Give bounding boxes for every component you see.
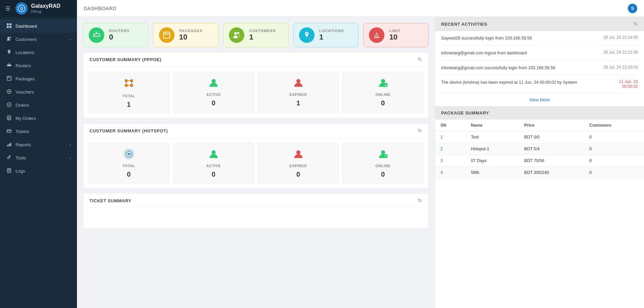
sidebar-label-packages: Packages [16,76,35,81]
svg-point-49 [212,79,216,83]
sidebar-label-vouchers: Vouchers [16,89,34,95]
sidebar-nav: Dashboard Customers ‹ Locations Routers [0,17,77,308]
orders-icon [6,102,12,108]
my-orders-icon [6,115,12,122]
pppoe-active-label: ACTIVE [206,93,221,97]
pppoe-active-value: 0 [212,99,215,107]
customers-stat-icon [229,27,244,43]
cell-price: BDT 300/240 [519,167,584,179]
sidebar-item-logs[interactable]: Logs [0,164,77,178]
pppoe-online-value: 0 [381,99,385,107]
cell-customers: 0 [584,131,644,143]
package-table-body: 1 Test BDT 0/0 0 2 Hotspot-1 BDT 5/4 0 3… [435,131,644,179]
activities-refresh-btn[interactable]: ↻ [634,21,638,27]
view-more-link[interactable]: View More [529,97,550,102]
app-subtitle: PPPoE [31,10,42,14]
table-row: 2 Hotspot-1 BDT 5/4 0 [435,143,644,155]
pppoe-refresh-btn[interactable]: ↻ [418,56,422,62]
hotspot-active: ACTIVE 0 [173,143,254,183]
cell-price: BDT 5/4 [519,143,584,155]
customers-label: CUSTOMERS [249,29,276,33]
svg-rect-5 [9,26,11,28]
svg-point-6 [7,37,9,39]
col-name: Name [465,120,519,131]
col-sn: SN [435,120,465,131]
cell-customers: 0 [584,155,644,167]
recent-activities-title: RECENT ACTIVITIES [441,22,487,27]
packages-icon [6,76,12,82]
pppoe-expired-label: EXPIRED [290,93,307,97]
ticket-summary-body [83,208,428,228]
sidebar-item-locations[interactable]: Locations [0,46,77,59]
hotspot-expired: EXPIRED 0 [258,143,339,183]
vouchers-icon [6,89,12,95]
pppoe-active: ACTIVE 0 [173,72,254,113]
cell-sn: 4 [435,167,465,179]
hotspot-refresh-btn[interactable]: ↻ [418,128,422,134]
limit-label: LIMIT [389,29,401,33]
activity-time-3: 26 Jul, 24 22:20:03 [603,65,638,71]
svg-rect-42 [130,79,133,82]
reports-icon [6,142,12,148]
sidebar-item-vouchers[interactable]: Vouchers [0,85,77,99]
main-content: DASHBOARD S ROUTERS 0 [77,0,644,308]
sidebar-item-routers[interactable]: Routers [0,59,77,72]
tickets-icon [6,128,12,135]
svg-rect-43 [125,84,128,87]
pppoe-summary-title: CUSTOMER SUMMARY (PPPOE) [89,57,161,62]
stat-customers: CUSTOMERS 1 [223,23,289,47]
routers-stat-icon [89,27,104,43]
sidebar-item-orders[interactable]: Orders [0,99,77,112]
sidebar-item-reports[interactable]: Reports ‹ [0,138,77,151]
sidebar-item-tools[interactable]: Tools ‹ [0,151,77,164]
svg-rect-41 [125,79,128,82]
pppoe-expired-icon [292,77,304,90]
svg-rect-25 [9,144,10,146]
activity-time-1: 26 Jul, 24 22:24:05 [603,35,638,42]
recent-activities-section: RECENT ACTIVITIES ↻ Sayeed28 successfull… [435,17,644,106]
svg-point-57 [212,150,216,154]
sidebar-item-dashboard[interactable]: Dashboard [0,20,77,33]
sidebar-item-tickets[interactable]: Tickets [0,125,77,138]
tools-icon [6,155,12,161]
topbar: DASHBOARD S [77,0,644,17]
hotspot-active-label: ACTIVE [206,164,221,168]
sidebar-label-routers: Routers [16,63,31,68]
cell-name: Test [465,131,519,143]
ticket-refresh-btn[interactable]: ↻ [418,198,422,204]
hamburger-icon[interactable]: ☰ [5,5,10,12]
pppoe-summary-card: CUSTOMER SUMMARY (PPPOE) ↻ [83,52,429,119]
sidebar-item-packages[interactable]: Packages [0,72,77,85]
sidebar-label-my-orders: My Orders [16,116,36,121]
tools-arrow-icon: ‹ [70,156,71,160]
activity-text-1: Sayeed28 successfully login from 103.166… [441,35,598,42]
hotspot-total-icon [123,148,135,161]
recent-activities-header: RECENT ACTIVITIES ↻ [435,17,644,31]
svg-rect-4 [7,26,9,28]
svg-rect-2 [7,23,9,25]
activity-text-4: The device (krishna) has been expired at… [441,79,614,89]
svg-point-58 [296,150,300,154]
cell-name: 07 Days [465,155,519,167]
package-table: SN Name Price Customers 1 Test BDT 0/0 0… [435,120,644,179]
sidebar-label-logs: Logs [16,169,25,174]
user-avatar[interactable]: S [628,4,637,13]
svg-rect-8 [7,65,11,66]
hotspot-online: ONLINE 0 [342,143,424,183]
hotspot-online-value: 0 [381,171,385,178]
cell-name: Hotspot-1 [465,143,519,155]
cell-price: BDT 0/0 [519,131,584,143]
hotspot-summary-header: CUSTOMER SUMMARY (HOTSPOT) ↻ [83,124,428,138]
svg-point-35 [95,35,96,36]
routers-value: 0 [109,33,130,42]
table-row: 1 Test BDT 0/0 0 [435,131,644,143]
activity-item-2: infonetarg@gmail.com logout from dashboa… [441,46,638,61]
cell-price: BDT 70/56 [519,155,584,167]
pppoe-total-value: 1 [127,101,131,108]
hotspot-expired-label: EXPIRED [290,164,307,168]
svg-point-51 [381,79,385,83]
sidebar-item-my-orders[interactable]: My Orders [0,112,77,125]
sidebar-item-customers[interactable]: Customers ‹ [0,33,77,46]
svg-point-7 [10,37,11,38]
sidebar: ☰ Q GalaxyRAD PPPoE Dashboard Customers … [0,0,77,308]
